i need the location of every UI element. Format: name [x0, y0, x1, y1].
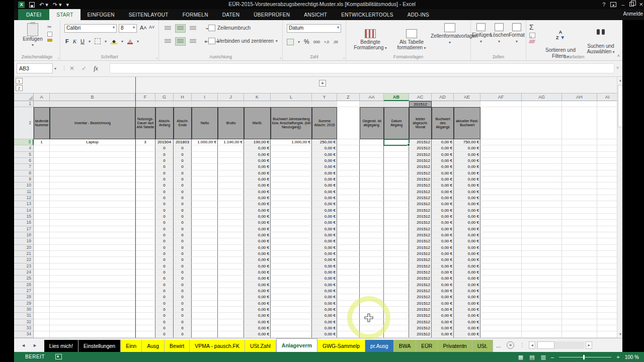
font-size-combo[interactable]: 8▾	[119, 24, 137, 33]
outline-level-2-button[interactable]: 2	[16, 85, 23, 91]
cell-G10[interactable]: 0	[155, 183, 174, 189]
cell-K7[interactable]: 0,00 €	[244, 164, 271, 170]
cell-AA22[interactable]	[360, 257, 384, 263]
cell-B21[interactable]	[50, 251, 135, 257]
cell-F24[interactable]	[135, 269, 155, 276]
cell-AE9[interactable]: 0,00 €	[454, 176, 480, 183]
accounting-format-icon[interactable]	[287, 39, 294, 45]
cell-AF1[interactable]	[480, 101, 522, 107]
cell-I11[interactable]	[192, 189, 218, 195]
sheet-tab-bewirt[interactable]: Bewirt	[165, 340, 190, 352]
cell-AF13[interactable]	[480, 201, 522, 207]
cell-F14[interactable]	[135, 208, 155, 214]
cell-B10[interactable]	[50, 183, 135, 189]
cell-A13[interactable]	[34, 201, 50, 207]
cell-AC34[interactable]: 201512	[409, 331, 432, 337]
cell-F34[interactable]	[135, 331, 155, 337]
cell-Y24[interactable]: 0,00 €	[312, 269, 337, 276]
cell-A3[interactable]: 1	[34, 139, 50, 145]
cell-J11[interactable]	[218, 189, 244, 195]
cell-J6[interactable]	[218, 158, 244, 164]
ribbon-tab-daten[interactable]: DATEN	[215, 9, 247, 20]
cell-L20[interactable]	[271, 245, 312, 251]
cell-L16[interactable]	[271, 220, 312, 226]
ribbon-tab-ansicht[interactable]: ANSICHT	[297, 9, 334, 20]
zoom-in-icon[interactable]: +	[616, 354, 619, 360]
cell-Y1[interactable]	[312, 101, 337, 107]
cell-J4[interactable]	[218, 145, 244, 151]
header-cell-Y2[interactable]: Summe Abschr. 2015	[312, 107, 337, 139]
cell-AC4[interactable]: 201512	[409, 145, 432, 151]
cell-AF10[interactable]	[480, 183, 522, 189]
sheet-tab-einstellungen[interactable]: Einstellungen	[78, 340, 121, 352]
copy-icon[interactable]	[47, 32, 52, 37]
header-cell-AD2[interactable]: Buchwert des Abgangs	[432, 107, 454, 139]
cell-AB34[interactable]	[384, 331, 409, 337]
cell-I24[interactable]	[192, 269, 218, 276]
cell-A1[interactable]	[34, 101, 50, 107]
cell-A24[interactable]	[34, 269, 50, 276]
cell-H13[interactable]: 0	[174, 201, 192, 207]
cell-L4[interactable]	[271, 145, 312, 151]
cell-K23[interactable]: 0,00 €	[244, 263, 271, 269]
cell-AG31[interactable]	[522, 313, 562, 319]
cell-A19[interactable]	[34, 238, 50, 244]
sign-in-link[interactable]: Anmelde	[623, 11, 643, 17]
cell-G21[interactable]: 0	[155, 251, 174, 257]
cell-K11[interactable]: 0,00 €	[244, 189, 271, 195]
normal-view-icon[interactable]: ▦	[518, 354, 523, 360]
cell-AI3[interactable]	[597, 139, 617, 145]
more-sheets-indicator[interactable]: ...	[493, 338, 504, 352]
cell-G11[interactable]: 0	[155, 189, 174, 195]
cell-L17[interactable]	[271, 226, 312, 232]
font-color-icon[interactable]: A	[127, 39, 133, 44]
cell-AE29[interactable]: 0,00 €	[454, 301, 480, 307]
cell-B7[interactable]	[50, 164, 135, 170]
cell-AI17[interactable]	[597, 226, 617, 232]
cell-AA5[interactable]	[360, 152, 384, 158]
cell-AA15[interactable]	[360, 214, 384, 220]
cell-K22[interactable]: 0,00 €	[244, 257, 271, 263]
cell-I17[interactable]	[192, 226, 218, 232]
cell-Y18[interactable]: 0,00 €	[312, 232, 337, 238]
cell-AH33[interactable]	[562, 325, 597, 331]
percent-style-icon[interactable]: %	[304, 38, 309, 45]
cell-J24[interactable]	[218, 269, 244, 276]
header-cell-H2[interactable]: Abschr. Ende	[174, 107, 192, 139]
cell-AH29[interactable]	[562, 301, 597, 307]
sheet-tab-einn[interactable]: Einn	[121, 340, 142, 352]
cell-F3[interactable]: 3	[135, 139, 155, 145]
cell-AC27[interactable]: 201512	[409, 288, 432, 294]
cell-AC15[interactable]: 201512	[409, 214, 432, 220]
cell-AH4[interactable]	[562, 145, 597, 151]
cell-K29[interactable]: 0,00 €	[244, 301, 271, 307]
cell-AD8[interactable]: 0,00 €	[432, 170, 454, 176]
cell-L13[interactable]	[271, 201, 312, 207]
align-center-icon[interactable]	[175, 37, 186, 46]
cell-AB23[interactable]	[384, 263, 409, 269]
cell-AH11[interactable]	[562, 189, 597, 195]
cell-H31[interactable]: 0	[174, 313, 192, 319]
header-cell-L2[interactable]: Buchwert Jahresanfang bzw. Anschaffungsk…	[271, 107, 312, 139]
header-cell-Z2[interactable]	[337, 107, 360, 139]
cell-H33[interactable]: 0	[174, 325, 192, 331]
cell-AI27[interactable]	[597, 288, 617, 294]
cell-I31[interactable]	[192, 313, 218, 319]
cell-AC12[interactable]: 201512	[409, 195, 432, 201]
cell-L33[interactable]	[271, 325, 312, 331]
cell-AH5[interactable]	[562, 152, 597, 158]
row-header-31[interactable]: 31	[14, 313, 34, 319]
cell-I19[interactable]	[192, 238, 218, 244]
cell-K21[interactable]: 0,00 €	[244, 251, 271, 257]
cell-AI12[interactable]	[597, 195, 617, 201]
cell-AD30[interactable]: 0,00 €	[432, 307, 454, 313]
cell-AA7[interactable]	[360, 164, 384, 170]
cell-AD14[interactable]: 0,00 €	[432, 208, 454, 214]
cell-Y11[interactable]: 0,00 €	[312, 189, 337, 195]
cell-AC25[interactable]: 201512	[409, 276, 432, 282]
cell-F30[interactable]	[135, 307, 155, 313]
cell-A23[interactable]	[34, 263, 50, 269]
cell-I10[interactable]	[192, 183, 218, 189]
cell-AG33[interactable]	[522, 325, 562, 331]
row-header-4[interactable]: 4	[14, 145, 34, 151]
